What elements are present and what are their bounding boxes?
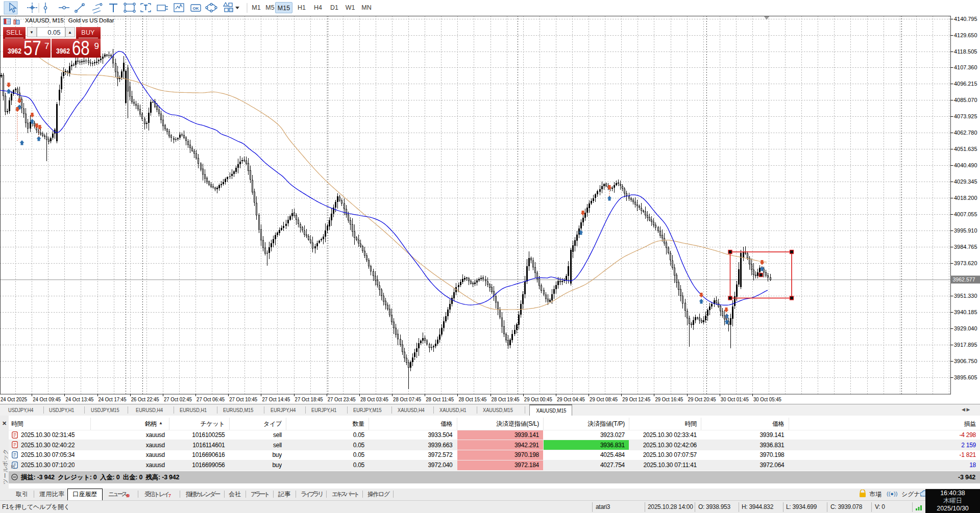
svg-text:29 Oct 12:45: 29 Oct 12:45 [622, 396, 650, 402]
svg-text:4040.490: 4040.490 [954, 162, 977, 168]
svg-text:4118.505: 4118.505 [954, 48, 977, 55]
svg-text:24 Oct 09:45: 24 Oct 09:45 [33, 396, 61, 402]
svg-text:24 Oct 2025: 24 Oct 2025 [1, 396, 27, 402]
svg-text:3895.605: 3895.605 [954, 374, 977, 380]
svg-text:4107.360: 4107.360 [954, 64, 977, 70]
svg-text:3951.330: 3951.330 [954, 293, 977, 299]
svg-text:4051.635: 4051.635 [954, 146, 977, 152]
svg-text:26 Oct 22:45: 26 Oct 22:45 [131, 396, 159, 402]
svg-text:4140.795: 4140.795 [954, 16, 977, 22]
svg-text:3929.040: 3929.040 [954, 325, 977, 331]
svg-text:4129.650: 4129.650 [954, 32, 977, 38]
svg-text:OK: OK [193, 6, 199, 11]
svg-text:28 Oct 11:45: 28 Oct 11:45 [426, 396, 454, 402]
svg-text:3917.895: 3917.895 [954, 342, 977, 348]
svg-text:4007.055: 4007.055 [954, 211, 977, 217]
svg-text:4096.215: 4096.215 [954, 81, 977, 87]
svg-text:3973.620: 3973.620 [954, 260, 977, 266]
svg-text:28 Oct 15:45: 28 Oct 15:45 [458, 396, 486, 402]
svg-text:3962.577: 3962.577 [953, 276, 975, 283]
svg-text:3995.910: 3995.910 [954, 227, 977, 234]
svg-text:29 Oct 20:45: 29 Oct 20:45 [688, 396, 716, 402]
svg-text:4018.200: 4018.200 [954, 195, 977, 201]
svg-text:27 Oct 06:45: 27 Oct 06:45 [197, 396, 225, 402]
svg-text:27 Oct 02:45: 27 Oct 02:45 [164, 396, 192, 402]
svg-text:4085.070: 4085.070 [954, 97, 977, 103]
svg-text:27 Oct 10:45: 27 Oct 10:45 [229, 396, 257, 402]
svg-text:3906.750: 3906.750 [954, 358, 977, 364]
svg-text:24 Oct 13:45: 24 Oct 13:45 [65, 396, 93, 402]
svg-text:28 Oct 07:45: 28 Oct 07:45 [393, 396, 421, 402]
svg-text:28 Oct 19:45: 28 Oct 19:45 [492, 396, 520, 402]
svg-text:3940.185: 3940.185 [954, 309, 977, 315]
svg-text:3984.765: 3984.765 [954, 244, 977, 250]
svg-text:29 Oct 16:45: 29 Oct 16:45 [655, 396, 683, 402]
svg-text:4073.925: 4073.925 [954, 113, 977, 119]
svg-text:29 Oct 08:45: 29 Oct 08:45 [590, 396, 618, 402]
svg-text:27 Oct 18:45: 27 Oct 18:45 [295, 396, 323, 402]
svg-text:4029.345: 4029.345 [954, 178, 977, 185]
svg-text:27 Oct 14:45: 27 Oct 14:45 [262, 396, 290, 402]
svg-text:30 Oct 05:45: 30 Oct 05:45 [753, 396, 781, 402]
svg-text:28 Oct 03:45: 28 Oct 03:45 [360, 396, 388, 402]
svg-text:29 Oct 00:45: 29 Oct 00:45 [524, 396, 552, 402]
svg-text:24 Oct 17:45: 24 Oct 17:45 [99, 396, 127, 402]
svg-text:4062.780: 4062.780 [954, 130, 977, 136]
svg-text:29 Oct 04:45: 29 Oct 04:45 [557, 396, 585, 402]
svg-text:30 Oct 01:45: 30 Oct 01:45 [721, 396, 749, 402]
svg-text:27 Oct 23:45: 27 Oct 23:45 [328, 396, 356, 402]
